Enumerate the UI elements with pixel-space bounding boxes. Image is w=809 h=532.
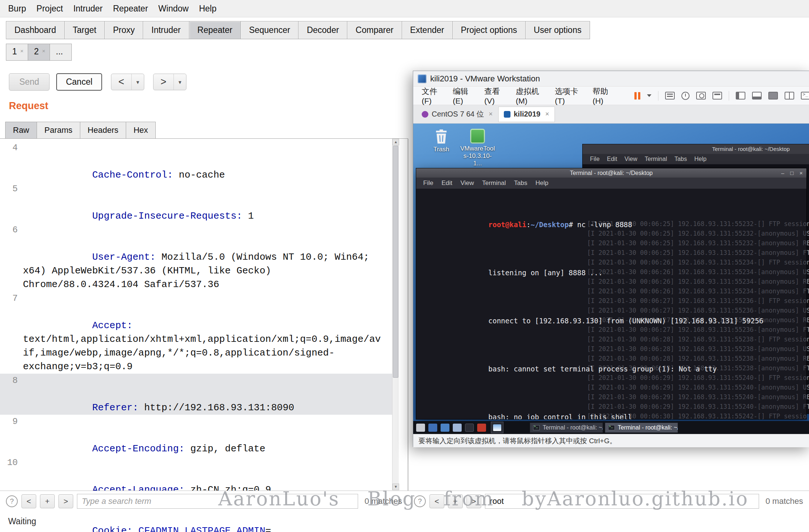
help-icon[interactable]: ? <box>6 495 18 507</box>
menu-item[interactable]: Intruder <box>68 4 108 14</box>
terminal-menu-item[interactable]: Edit <box>437 179 456 187</box>
menu-item[interactable]: Window <box>153 4 194 14</box>
menu-item[interactable]: Repeater <box>108 4 153 14</box>
vmware-menu-item[interactable]: 虚拟机(M) <box>511 86 550 105</box>
cancel-button[interactable]: Cancel <box>56 73 102 91</box>
taskbar-window-button[interactable]: Terminal - root@kali: ~/... <box>605 422 678 433</box>
vmware-menu-item[interactable]: 选项卡(T) <box>550 86 588 105</box>
close-icon[interactable]: × <box>799 170 803 176</box>
main-tab[interactable]: Comparer <box>347 21 402 39</box>
main-tab[interactable]: Dashboard <box>6 21 65 39</box>
main-tab[interactable]: Project options <box>452 21 526 39</box>
dropdown-caret-icon[interactable]: ▼ <box>173 74 186 90</box>
panel-divider[interactable] <box>408 139 408 511</box>
scroll-up-icon[interactable]: ▲ <box>392 139 399 145</box>
terminal-launcher-icon[interactable] <box>465 424 474 432</box>
search-prev-button[interactable]: < <box>21 494 36 508</box>
search-prev-button[interactable]: < <box>429 494 444 508</box>
unity-mode-icon[interactable] <box>785 92 794 100</box>
show-desktop-icon[interactable] <box>428 424 437 432</box>
close-tab-icon[interactable]: × <box>489 110 493 118</box>
vmware-tools-desktop-icon[interactable]: VMwareTools-10.3.10-1... <box>459 129 496 167</box>
applications-menu-icon[interactable] <box>416 424 425 432</box>
editor-scrollbar[interactable]: ▲ ▼ <box>392 139 399 490</box>
vm-tab[interactable]: CentOS 7 64 位 × <box>416 107 498 122</box>
search-next-button[interactable]: > <box>466 494 481 508</box>
main-tab[interactable]: Extender <box>402 21 453 39</box>
send-button[interactable]: Send <box>9 73 50 91</box>
search-next-button[interactable]: > <box>58 494 73 508</box>
close-tab-icon[interactable]: × <box>545 110 549 118</box>
repeater-tab[interactable]: 1 × <box>6 44 28 61</box>
view-tab[interactable]: Raw <box>5 122 37 139</box>
active-launcher-cell[interactable] <box>491 422 503 433</box>
close-tab-icon[interactable]: × <box>42 48 45 54</box>
maximize-icon[interactable]: □ <box>790 170 793 176</box>
manage-snapshots-icon[interactable] <box>712 92 722 100</box>
main-tab[interactable]: User options <box>525 21 590 39</box>
request-editor[interactable]: 4 Cache-Control: no-cache 5 Upgrade-Inse… <box>0 139 399 490</box>
main-tab[interactable]: Decoder <box>298 21 347 39</box>
terminal-body[interactable]: [I 2021-01-30 00:06:25] 192.168.93.131:5… <box>416 189 806 419</box>
terminal-menu-item[interactable]: File <box>419 179 437 187</box>
help-icon[interactable]: ? <box>414 495 426 507</box>
main-tab[interactable]: Repeater <box>189 21 241 39</box>
forward-button[interactable]: > ▼ <box>153 74 186 90</box>
vm-tab[interactable]: kili2019 × <box>498 107 555 122</box>
scrollbar-thumb[interactable] <box>393 146 398 378</box>
take-snapshot-icon[interactable] <box>696 92 706 100</box>
main-tab[interactable]: Target <box>64 21 105 39</box>
minimize-icon[interactable]: – <box>781 170 784 176</box>
vmware-menu-item[interactable]: 编辑(E) <box>448 86 479 105</box>
search-add-button[interactable]: + <box>448 494 463 508</box>
terminal-title-bar[interactable]: Terminal - root@kali: ~/Desktop – □ × <box>416 168 806 178</box>
pause-vm-icon[interactable] <box>634 92 640 100</box>
vmware-menu-item[interactable]: 文件(F) <box>417 86 448 105</box>
terminal-menu-item[interactable]: Tabs <box>510 179 532 187</box>
view-tab[interactable]: Hex <box>126 122 156 139</box>
dropdown-caret-icon[interactable]: ▼ <box>131 74 144 90</box>
vmware-title-bar[interactable]: kili2019 - VMware Workstation <box>413 71 809 87</box>
screenshot-tool-icon[interactable] <box>477 424 486 432</box>
repeater-tab[interactable]: 2 × <box>28 44 50 61</box>
menu-item[interactable]: Help <box>194 4 222 14</box>
terminal-menu-item[interactable]: Help <box>691 156 710 162</box>
vmware-menu-item[interactable]: 帮助(H) <box>588 86 620 105</box>
trash-desktop-icon[interactable]: Trash <box>423 129 460 153</box>
repeater-tab[interactable]: ... <box>50 44 72 61</box>
terminal-menu-item[interactable]: File <box>586 156 603 162</box>
show-thumbnail-bar-icon[interactable] <box>752 92 762 100</box>
search-input[interactable] <box>77 494 358 509</box>
terminal-menu-item[interactable]: Terminal <box>478 179 510 187</box>
close-tab-icon[interactable]: × <box>20 48 24 54</box>
main-tab[interactable]: Proxy <box>104 21 143 39</box>
view-tab[interactable]: Headers <box>80 122 126 139</box>
send-ctrl-alt-del-icon[interactable] <box>665 92 675 100</box>
back-button[interactable]: < ▼ <box>111 74 144 90</box>
terminal-window[interactable]: Terminal - root@kali: ~/Desktop – □ × Fi… <box>416 168 807 420</box>
main-tab[interactable]: Intruder <box>143 21 189 39</box>
vm-screen[interactable]: Trash VMwareTools-10.3.10-1... Terminal … <box>413 124 809 434</box>
show-library-icon[interactable] <box>736 92 745 100</box>
response-search-input[interactable] <box>485 494 759 509</box>
web-browser-icon[interactable] <box>453 424 462 432</box>
menu-item[interactable]: Burp <box>3 4 31 14</box>
scroll-down-icon[interactable]: ▼ <box>392 484 399 490</box>
menu-item[interactable]: Project <box>31 4 68 14</box>
file-manager-icon[interactable] <box>441 424 449 432</box>
taskbar-window-button[interactable]: Terminal - root@kali: ~/... <box>530 422 603 433</box>
vmware-menu-item[interactable]: 查看(V) <box>479 86 511 105</box>
fullscreen-icon[interactable] <box>768 92 778 100</box>
terminal-menu-item[interactable]: View <box>456 179 478 187</box>
terminal-menu-item[interactable]: Edit <box>603 156 621 162</box>
search-add-button[interactable]: + <box>40 494 55 508</box>
terminal-menu-item[interactable]: Help <box>531 179 552 187</box>
main-tab[interactable]: Sequencer <box>240 21 299 39</box>
power-dropdown-icon[interactable] <box>647 94 651 97</box>
terminal-menu-item[interactable]: Terminal <box>641 156 671 162</box>
console-view-icon[interactable] <box>801 92 809 100</box>
terminal-menu-item[interactable]: View <box>621 156 641 162</box>
revert-snapshot-icon[interactable] <box>681 92 690 100</box>
view-tab[interactable]: Params <box>37 122 80 139</box>
terminal-menu-item[interactable]: Tabs <box>671 156 691 162</box>
